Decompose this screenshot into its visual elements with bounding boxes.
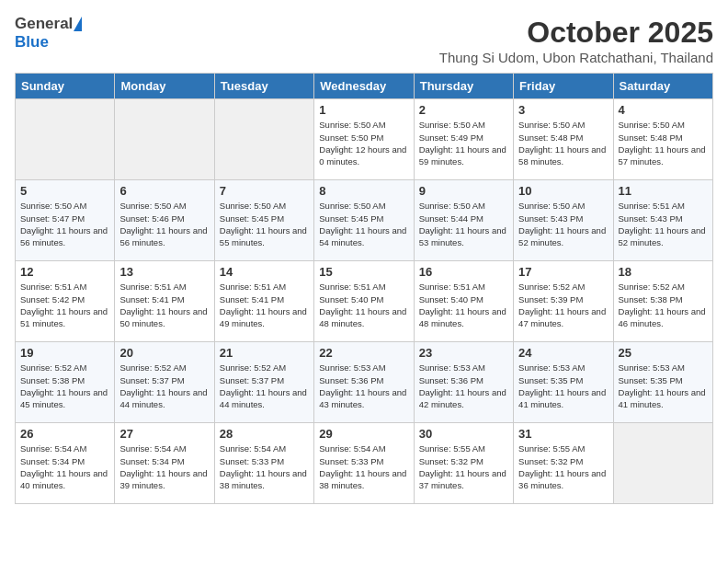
calendar-cell <box>214 99 313 180</box>
day-info: Sunrise: 5:55 AM Sunset: 5:32 PM Dayligh… <box>419 442 508 491</box>
day-number: 8 <box>319 184 408 198</box>
day-number: 22 <box>319 346 408 360</box>
day-number: 30 <box>419 427 508 441</box>
calendar-cell: 31Sunrise: 5:55 AM Sunset: 5:32 PM Dayli… <box>514 423 613 504</box>
calendar-cell: 7Sunrise: 5:50 AM Sunset: 5:45 PM Daylig… <box>214 180 313 261</box>
day-info: Sunrise: 5:50 AM Sunset: 5:43 PM Dayligh… <box>518 200 608 248</box>
calendar-week-row: 12Sunrise: 5:51 AM Sunset: 5:42 PM Dayli… <box>16 261 713 342</box>
calendar-cell: 20Sunrise: 5:52 AM Sunset: 5:37 PM Dayli… <box>115 342 214 423</box>
day-info: Sunrise: 5:52 AM Sunset: 5:38 PM Dayligh… <box>20 362 109 410</box>
calendar-cell: 30Sunrise: 5:55 AM Sunset: 5:32 PM Dayli… <box>414 423 513 504</box>
calendar-cell: 10Sunrise: 5:50 AM Sunset: 5:43 PM Dayli… <box>514 180 613 261</box>
calendar-cell <box>115 99 214 180</box>
day-number: 14 <box>220 265 309 279</box>
calendar-week-row: 19Sunrise: 5:52 AM Sunset: 5:38 PM Dayli… <box>16 342 713 423</box>
calendar-cell: 29Sunrise: 5:54 AM Sunset: 5:33 PM Dayli… <box>314 423 414 504</box>
calendar-cell <box>16 99 115 180</box>
calendar-header-row: SundayMondayTuesdayWednesdayThursdayFrid… <box>16 74 713 99</box>
day-info: Sunrise: 5:50 AM Sunset: 5:45 PM Dayligh… <box>220 200 309 248</box>
calendar-cell: 28Sunrise: 5:54 AM Sunset: 5:33 PM Dayli… <box>214 423 313 504</box>
logo: General Blue <box>15 15 82 52</box>
calendar-week-row: 26Sunrise: 5:54 AM Sunset: 5:34 PM Dayli… <box>16 423 713 504</box>
calendar-cell: 6Sunrise: 5:50 AM Sunset: 5:46 PM Daylig… <box>115 180 214 261</box>
calendar-cell: 24Sunrise: 5:53 AM Sunset: 5:35 PM Dayli… <box>514 342 613 423</box>
calendar-week-row: 5Sunrise: 5:50 AM Sunset: 5:47 PM Daylig… <box>16 180 713 261</box>
day-number: 26 <box>20 427 109 441</box>
day-info: Sunrise: 5:54 AM Sunset: 5:33 PM Dayligh… <box>319 442 408 491</box>
header-wednesday: Wednesday <box>314 74 414 99</box>
day-number: 23 <box>419 346 508 360</box>
day-info: Sunrise: 5:50 AM Sunset: 5:47 PM Dayligh… <box>20 200 109 248</box>
day-number: 10 <box>518 184 608 198</box>
day-number: 19 <box>20 346 109 360</box>
day-info: Sunrise: 5:51 AM Sunset: 5:41 PM Dayligh… <box>220 281 309 329</box>
day-number: 3 <box>518 103 608 117</box>
title-area: October 2025 Thung Si Udom, Ubon Ratchat… <box>439 15 713 65</box>
calendar-cell: 25Sunrise: 5:53 AM Sunset: 5:35 PM Dayli… <box>613 342 712 423</box>
calendar-cell: 15Sunrise: 5:51 AM Sunset: 5:40 PM Dayli… <box>314 261 414 342</box>
day-number: 5 <box>20 184 109 198</box>
day-number: 18 <box>619 265 708 279</box>
logo-general: General <box>15 15 73 33</box>
day-info: Sunrise: 5:51 AM Sunset: 5:42 PM Dayligh… <box>20 281 109 329</box>
month-year-title: October 2025 <box>439 15 713 50</box>
calendar-cell: 1Sunrise: 5:50 AM Sunset: 5:50 PM Daylig… <box>314 99 414 180</box>
day-info: Sunrise: 5:52 AM Sunset: 5:38 PM Dayligh… <box>619 281 708 329</box>
calendar-cell: 16Sunrise: 5:51 AM Sunset: 5:40 PM Dayli… <box>414 261 513 342</box>
day-info: Sunrise: 5:53 AM Sunset: 5:36 PM Dayligh… <box>319 362 408 410</box>
day-number: 16 <box>419 265 508 279</box>
calendar-cell: 22Sunrise: 5:53 AM Sunset: 5:36 PM Dayli… <box>314 342 414 423</box>
day-info: Sunrise: 5:54 AM Sunset: 5:33 PM Dayligh… <box>220 442 309 491</box>
header-sunday: Sunday <box>16 74 115 99</box>
logo-blue: Blue <box>15 33 49 52</box>
day-number: 13 <box>119 265 209 279</box>
header-tuesday: Tuesday <box>214 74 313 99</box>
day-info: Sunrise: 5:50 AM Sunset: 5:46 PM Dayligh… <box>119 200 209 248</box>
day-number: 2 <box>419 103 508 117</box>
day-info: Sunrise: 5:51 AM Sunset: 5:41 PM Dayligh… <box>119 281 209 329</box>
calendar-week-row: 1Sunrise: 5:50 AM Sunset: 5:50 PM Daylig… <box>16 99 713 180</box>
day-number: 7 <box>220 184 309 198</box>
day-number: 4 <box>619 103 708 117</box>
calendar-cell: 18Sunrise: 5:52 AM Sunset: 5:38 PM Dayli… <box>613 261 712 342</box>
calendar-cell: 3Sunrise: 5:50 AM Sunset: 5:48 PM Daylig… <box>514 99 613 180</box>
day-number: 15 <box>319 265 408 279</box>
location-subtitle: Thung Si Udom, Ubon Ratchathani, Thailan… <box>439 50 713 65</box>
day-number: 17 <box>518 265 608 279</box>
day-number: 24 <box>518 346 608 360</box>
calendar-cell: 13Sunrise: 5:51 AM Sunset: 5:41 PM Dayli… <box>115 261 214 342</box>
day-info: Sunrise: 5:51 AM Sunset: 5:43 PM Dayligh… <box>619 200 708 248</box>
day-info: Sunrise: 5:55 AM Sunset: 5:32 PM Dayligh… <box>518 442 608 491</box>
day-info: Sunrise: 5:50 AM Sunset: 5:48 PM Dayligh… <box>518 119 608 167</box>
calendar-cell: 21Sunrise: 5:52 AM Sunset: 5:37 PM Dayli… <box>214 342 313 423</box>
day-info: Sunrise: 5:51 AM Sunset: 5:40 PM Dayligh… <box>319 281 408 329</box>
day-number: 25 <box>619 346 708 360</box>
page-header: General Blue October 2025 Thung Si Udom,… <box>15 15 713 65</box>
day-info: Sunrise: 5:52 AM Sunset: 5:39 PM Dayligh… <box>518 281 608 329</box>
day-info: Sunrise: 5:53 AM Sunset: 5:35 PM Dayligh… <box>619 362 708 410</box>
day-info: Sunrise: 5:50 AM Sunset: 5:44 PM Dayligh… <box>419 200 508 248</box>
day-info: Sunrise: 5:54 AM Sunset: 5:34 PM Dayligh… <box>119 442 209 491</box>
header-friday: Friday <box>514 74 613 99</box>
calendar-cell: 11Sunrise: 5:51 AM Sunset: 5:43 PM Dayli… <box>613 180 712 261</box>
header-saturday: Saturday <box>613 74 712 99</box>
day-info: Sunrise: 5:51 AM Sunset: 5:40 PM Dayligh… <box>419 281 508 329</box>
day-info: Sunrise: 5:53 AM Sunset: 5:36 PM Dayligh… <box>419 362 508 410</box>
day-number: 11 <box>619 184 708 198</box>
calendar-cell: 26Sunrise: 5:54 AM Sunset: 5:34 PM Dayli… <box>16 423 115 504</box>
calendar-cell: 2Sunrise: 5:50 AM Sunset: 5:49 PM Daylig… <box>414 99 513 180</box>
day-number: 21 <box>220 346 309 360</box>
day-number: 28 <box>220 427 309 441</box>
calendar-cell: 8Sunrise: 5:50 AM Sunset: 5:45 PM Daylig… <box>314 180 414 261</box>
day-info: Sunrise: 5:53 AM Sunset: 5:35 PM Dayligh… <box>518 362 608 410</box>
day-info: Sunrise: 5:50 AM Sunset: 5:45 PM Dayligh… <box>319 200 408 248</box>
day-info: Sunrise: 5:54 AM Sunset: 5:34 PM Dayligh… <box>20 442 109 491</box>
calendar-cell: 23Sunrise: 5:53 AM Sunset: 5:36 PM Dayli… <box>414 342 513 423</box>
day-info: Sunrise: 5:50 AM Sunset: 5:50 PM Dayligh… <box>319 119 408 167</box>
logo-triangle-icon <box>74 17 82 31</box>
calendar-cell <box>613 423 712 504</box>
day-number: 31 <box>518 427 608 441</box>
day-number: 6 <box>119 184 209 198</box>
calendar-table: SundayMondayTuesdayWednesdayThursdayFrid… <box>15 73 713 504</box>
day-info: Sunrise: 5:52 AM Sunset: 5:37 PM Dayligh… <box>119 362 209 410</box>
